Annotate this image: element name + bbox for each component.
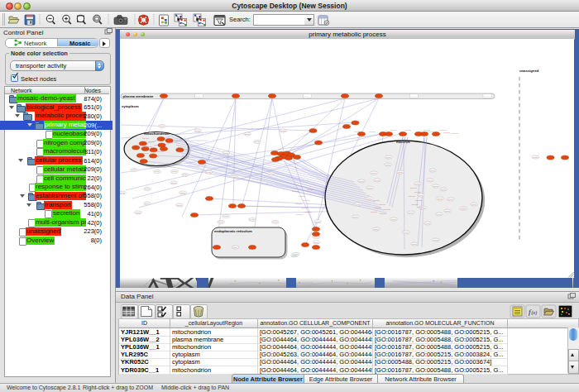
svg-text:xxxxx: xxxxx bbox=[145, 188, 151, 190]
svg-text:xxxxx: xxxxx bbox=[385, 164, 391, 166]
svg-text:xxx.xxx: xxx.xxx bbox=[301, 207, 309, 209]
svg-text:xxxxx: xxxxx bbox=[294, 253, 299, 256]
svg-text:xxx.xxx: xxx.xxx bbox=[305, 211, 313, 213]
svg-text:xxxxx: xxxxx bbox=[471, 203, 477, 206]
svg-text:xxxxx: xxxxx bbox=[223, 152, 229, 155]
svg-text:xxxxx: xxxxx bbox=[232, 246, 238, 249]
svg-text:[....]: [....] bbox=[196, 95, 199, 98]
svg-text:xxx.xxx: xxx.xxx bbox=[375, 207, 382, 209]
svg-text:xxxxx: xxxxx bbox=[448, 198, 454, 201]
svg-text:xxx.xxx: xxx.xxx bbox=[410, 187, 418, 189]
svg-text:mitochondrion: mitochondrion bbox=[144, 131, 170, 136]
svg-text:xxxxx: xxxxx bbox=[425, 222, 431, 225]
svg-text:xxxxx: xxxxx bbox=[280, 130, 286, 132]
svg-text:xxxxx: xxxxx bbox=[371, 172, 377, 174]
svg-text:xxxxx: xxxxx bbox=[433, 185, 439, 188]
svg-text:xxxxx: xxxxx bbox=[386, 156, 392, 159]
svg-text:xxx.xxx: xxx.xxx bbox=[452, 132, 459, 135]
svg-text:xxxxx: xxxxx bbox=[375, 179, 380, 182]
svg-text:[....]: [....] bbox=[304, 95, 308, 98]
svg-text:xxxxx: xxxxx bbox=[183, 174, 189, 176]
svg-text:xxxxx: xxxxx bbox=[245, 133, 251, 136]
svg-text:xxxxx: xxxxx bbox=[250, 218, 256, 221]
svg-text:xxx.xxx: xxx.xxx bbox=[390, 129, 398, 131]
svg-text:xxxxx: xxxxx bbox=[419, 194, 424, 197]
svg-text:xxxxx: xxxxx bbox=[132, 169, 137, 171]
svg-text:xxxxx: xxxxx bbox=[218, 221, 224, 223]
svg-text:xxxxx: xxxxx bbox=[195, 130, 201, 132]
svg-text:xxxxx: xxxxx bbox=[172, 170, 178, 173]
svg-text:xxx.xxx: xxx.xxx bbox=[299, 195, 306, 198]
svg-text:xxx.xxx: xxx.xxx bbox=[443, 131, 451, 134]
svg-text:xxxxx: xxxxx bbox=[155, 170, 160, 173]
svg-text:xxxxx: xxxxx bbox=[438, 198, 443, 200]
svg-text:xxx.xxx: xxx.xxx bbox=[148, 141, 156, 143]
svg-text:xxx.xxx: xxx.xxx bbox=[303, 199, 310, 202]
svg-text:xxx.xxx: xxx.xxx bbox=[307, 189, 314, 191]
svg-text:xxxxx: xxxxx bbox=[433, 239, 439, 241]
svg-text:xxxxx: xxxxx bbox=[461, 208, 467, 210]
svg-text:xxx.xxx: xxx.xxx bbox=[292, 190, 299, 193]
svg-text:xxxxx: xxxxx bbox=[145, 203, 151, 205]
svg-text:xxx.xxx: xxx.xxx bbox=[373, 199, 380, 202]
svg-text:endoplasmic reticulum: endoplasmic reticulum bbox=[214, 229, 252, 233]
svg-text:xxxxx: xxxxx bbox=[232, 174, 237, 177]
svg-text:xxx.xxx: xxx.xxx bbox=[414, 191, 422, 194]
svg-text:xxx.xxx: xxx.xxx bbox=[379, 203, 386, 206]
svg-text:xxxxx: xxxxx bbox=[171, 182, 177, 184]
svg-text:[....]: [....] bbox=[485, 95, 488, 98]
svg-text:xxxxx: xxxxx bbox=[206, 171, 212, 174]
svg-text:xxxxx: xxxxx bbox=[412, 243, 418, 246]
svg-text:xxxxx: xxxxx bbox=[120, 192, 126, 194]
svg-text:xxx.xxx: xxx.xxx bbox=[371, 211, 378, 213]
svg-text:xxxxx: xxxxx bbox=[313, 241, 319, 244]
svg-text:xxxxx: xxxxx bbox=[353, 216, 359, 218]
svg-text:xxxxx: xxxxx bbox=[404, 232, 409, 234]
svg-text:xxxxx: xxxxx bbox=[437, 213, 443, 216]
svg-text:xxxxx: xxxxx bbox=[391, 218, 397, 221]
svg-text:xxxxx: xxxxx bbox=[374, 228, 380, 231]
svg-text:xxxxx: xxxxx bbox=[445, 210, 451, 213]
svg-text:xxxxx: xxxxx bbox=[441, 189, 447, 191]
svg-text:xxxxx: xxxxx bbox=[177, 204, 183, 207]
svg-text:plasma membrane: plasma membrane bbox=[123, 94, 154, 98]
svg-text:xxxxx: xxxxx bbox=[415, 183, 421, 185]
svg-text:xxxxx: xxxxx bbox=[533, 156, 538, 159]
svg-text:(x): (x) bbox=[532, 310, 538, 316]
svg-text:xxxxx: xxxxx bbox=[398, 171, 404, 174]
svg-text:xxx.xxx: xxx.xxx bbox=[409, 195, 416, 198]
svg-text:xxxxx: xxxxx bbox=[255, 141, 261, 143]
svg-text:xxx.xxx: xxx.xxx bbox=[142, 137, 150, 140]
svg-text:xxxxx: xxxxx bbox=[180, 192, 186, 194]
svg-text:xxxxx: xxxxx bbox=[359, 180, 365, 183]
svg-text:xxxxx: xxxxx bbox=[136, 212, 141, 214]
svg-text:xxx.xxx: xxx.xxx bbox=[384, 208, 391, 211]
svg-text:xxx.xxx: xxx.xxx bbox=[380, 213, 387, 215]
svg-text:xxxxx: xxxxx bbox=[223, 215, 229, 218]
svg-text:xxx.xxx: xxx.xxx bbox=[440, 129, 447, 131]
svg-text:xxx.xxx: xxx.xxx bbox=[423, 129, 431, 131]
svg-text:xxx.xxx: xxx.xxx bbox=[369, 131, 376, 133]
svg-text:xxxxx: xxxxx bbox=[428, 179, 433, 182]
svg-text:xxxxx: xxxxx bbox=[160, 125, 165, 127]
svg-text:xxx.xxx: xxx.xxx bbox=[404, 129, 412, 131]
svg-text:xxx.xxx: xxx.xxx bbox=[415, 199, 423, 202]
svg-text:cytoplasm: cytoplasm bbox=[122, 104, 139, 108]
svg-text:xxxxx: xxxxx bbox=[367, 187, 373, 189]
svg-text:xxx.xxx: xxx.xxx bbox=[296, 213, 304, 216]
svg-text:xxxxx: xxxxx bbox=[430, 170, 436, 172]
svg-text:xxxxx: xxxxx bbox=[409, 212, 414, 214]
svg-text:nucleus: nucleus bbox=[396, 140, 410, 144]
svg-text:[....]: [....] bbox=[411, 95, 414, 98]
svg-text:xxxxx: xxxxx bbox=[356, 203, 361, 206]
svg-text:xxx.xxx: xxx.xxx bbox=[417, 206, 424, 208]
svg-text:xxxxx: xxxxx bbox=[313, 236, 319, 238]
svg-text:xxxxx: xxxxx bbox=[269, 173, 275, 175]
svg-text:xxx.xxx: xxx.xxx bbox=[295, 203, 303, 205]
svg-text:xxxxx: xxxxx bbox=[315, 221, 321, 223]
svg-text:unassigned: unassigned bbox=[519, 69, 539, 73]
svg-text:xxxxx: xxxxx bbox=[366, 198, 372, 200]
svg-text:xxxxx: xxxxx bbox=[273, 221, 279, 223]
